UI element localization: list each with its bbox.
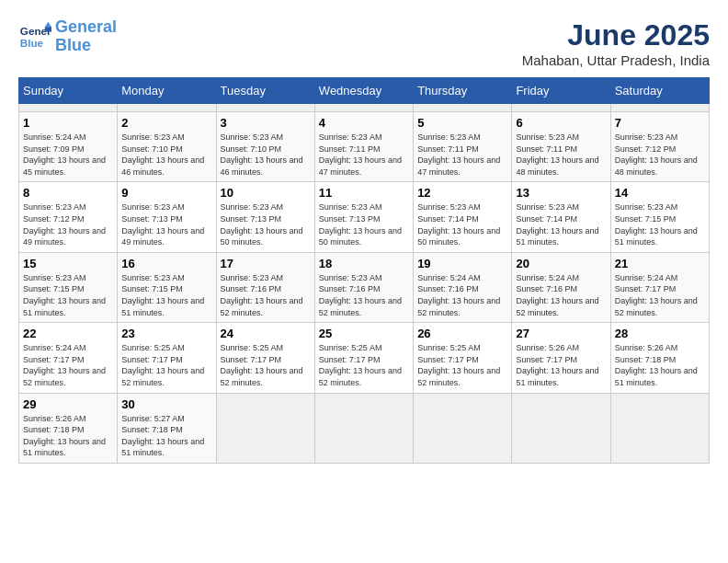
day-info: Sunrise: 5:24 AM Sunset: 7:16 PM Dayligh…: [417, 272, 507, 318]
calendar-cell-2-2: 10 Sunrise: 5:23 AM Sunset: 7:13 PM Dayl…: [216, 182, 314, 252]
calendar-cell-4-4: 26 Sunrise: 5:25 AM Sunset: 7:17 PM Dayl…: [414, 323, 512, 393]
day-number: 27: [516, 327, 606, 340]
day-number: 19: [417, 257, 507, 270]
day-number: 14: [615, 186, 705, 200]
calendar-cell-0-5: [512, 104, 610, 112]
calendar-cell-1-5: 6 Sunrise: 5:23 AM Sunset: 7:11 PM Dayli…: [512, 112, 610, 182]
day-info: Sunrise: 5:23 AM Sunset: 7:11 PM Dayligh…: [319, 132, 409, 178]
calendar-cell-5-5: [512, 393, 610, 463]
calendar-cell-3-2: 17 Sunrise: 5:23 AM Sunset: 7:16 PM Dayl…: [216, 252, 314, 322]
day-info: Sunrise: 5:23 AM Sunset: 7:10 PM Dayligh…: [121, 132, 211, 178]
week-row-4: 22 Sunrise: 5:24 AM Sunset: 7:17 PM Dayl…: [19, 323, 710, 393]
calendar-cell-2-3: 11 Sunrise: 5:23 AM Sunset: 7:13 PM Dayl…: [314, 182, 413, 252]
day-number: 28: [615, 327, 705, 340]
calendar-cell-3-4: 19 Sunrise: 5:24 AM Sunset: 7:16 PM Dayl…: [414, 252, 512, 322]
day-number: 29: [23, 397, 113, 411]
day-info: Sunrise: 5:26 AM Sunset: 7:18 PM Dayligh…: [23, 413, 113, 459]
calendar-cell-0-0: [19, 104, 118, 112]
calendar-cell-1-2: 3 Sunrise: 5:23 AM Sunset: 7:10 PM Dayli…: [216, 112, 314, 182]
day-number: 20: [516, 257, 606, 270]
week-row-2: 8 Sunrise: 5:23 AM Sunset: 7:12 PM Dayli…: [19, 182, 710, 252]
day-info: Sunrise: 5:24 AM Sunset: 7:17 PM Dayligh…: [23, 342, 113, 388]
header-monday: Monday: [118, 78, 216, 104]
header-friday: Friday: [512, 78, 610, 104]
calendar-cell-2-1: 9 Sunrise: 5:23 AM Sunset: 7:13 PM Dayli…: [118, 182, 216, 252]
calendar-cell-5-1: 30 Sunrise: 5:27 AM Sunset: 7:18 PM Dayl…: [118, 393, 216, 463]
day-number: 12: [417, 186, 507, 200]
calendar-cell-4-3: 25 Sunrise: 5:25 AM Sunset: 7:17 PM Dayl…: [314, 323, 413, 393]
day-info: Sunrise: 5:23 AM Sunset: 7:13 PM Dayligh…: [121, 201, 211, 247]
header-tuesday: Tuesday: [216, 78, 314, 104]
calendar-cell-1-1: 2 Sunrise: 5:23 AM Sunset: 7:10 PM Dayli…: [118, 112, 216, 182]
day-number: 30: [121, 397, 211, 411]
calendar-cell-1-4: 5 Sunrise: 5:23 AM Sunset: 7:11 PM Dayli…: [414, 112, 512, 182]
day-number: 1: [23, 116, 113, 130]
day-info: Sunrise: 5:23 AM Sunset: 7:15 PM Dayligh…: [615, 201, 705, 247]
day-info: Sunrise: 5:27 AM Sunset: 7:18 PM Dayligh…: [121, 413, 211, 459]
day-info: Sunrise: 5:24 AM Sunset: 7:16 PM Dayligh…: [516, 272, 606, 318]
calendar-cell-0-4: [414, 104, 512, 112]
day-number: 22: [23, 327, 113, 340]
day-info: Sunrise: 5:23 AM Sunset: 7:12 PM Dayligh…: [23, 201, 113, 247]
day-number: 26: [417, 327, 507, 340]
day-info: Sunrise: 5:25 AM Sunset: 7:17 PM Dayligh…: [417, 342, 507, 388]
day-number: 11: [319, 186, 409, 200]
day-number: 15: [23, 257, 113, 270]
calendar-cell-1-0: 1 Sunrise: 5:24 AM Sunset: 7:09 PM Dayli…: [19, 112, 118, 182]
calendar-cell-0-3: [314, 104, 413, 112]
calendar-cell-2-0: 8 Sunrise: 5:23 AM Sunset: 7:12 PM Dayli…: [19, 182, 118, 252]
day-info: Sunrise: 5:23 AM Sunset: 7:13 PM Dayligh…: [319, 201, 409, 247]
day-number: 17: [221, 257, 311, 270]
calendar-cell-1-6: 7 Sunrise: 5:23 AM Sunset: 7:12 PM Dayli…: [610, 112, 709, 182]
logo-text-line1: General: [55, 18, 117, 37]
day-info: Sunrise: 5:23 AM Sunset: 7:13 PM Dayligh…: [221, 201, 311, 247]
day-info: Sunrise: 5:23 AM Sunset: 7:14 PM Dayligh…: [417, 201, 507, 247]
day-number: 9: [121, 186, 211, 200]
calendar-cell-5-4: [414, 393, 512, 463]
calendar-table: Sunday Monday Tuesday Wednesday Thursday…: [18, 77, 710, 464]
day-number: 16: [121, 257, 211, 270]
calendar-cell-1-3: 4 Sunrise: 5:23 AM Sunset: 7:11 PM Dayli…: [314, 112, 413, 182]
day-info: Sunrise: 5:25 AM Sunset: 7:17 PM Dayligh…: [221, 342, 311, 388]
week-row-5: 29 Sunrise: 5:26 AM Sunset: 7:18 PM Dayl…: [19, 393, 710, 463]
day-info: Sunrise: 5:25 AM Sunset: 7:17 PM Dayligh…: [121, 342, 211, 388]
calendar-cell-5-2: [216, 393, 314, 463]
day-number: 18: [319, 257, 409, 270]
day-info: Sunrise: 5:26 AM Sunset: 7:17 PM Dayligh…: [516, 342, 606, 388]
header-thursday: Thursday: [414, 78, 512, 104]
day-info: Sunrise: 5:23 AM Sunset: 7:11 PM Dayligh…: [516, 132, 606, 178]
day-number: 7: [615, 116, 705, 130]
day-number: 3: [221, 116, 311, 130]
day-info: Sunrise: 5:23 AM Sunset: 7:15 PM Dayligh…: [121, 272, 211, 318]
day-number: 8: [23, 186, 113, 200]
day-info: Sunrise: 5:23 AM Sunset: 7:16 PM Dayligh…: [221, 272, 311, 318]
calendar-cell-0-1: [118, 104, 216, 112]
calendar-cell-3-5: 20 Sunrise: 5:24 AM Sunset: 7:16 PM Dayl…: [512, 252, 610, 322]
day-info: Sunrise: 5:23 AM Sunset: 7:10 PM Dayligh…: [221, 132, 311, 178]
calendar-cell-4-1: 23 Sunrise: 5:25 AM Sunset: 7:17 PM Dayl…: [118, 323, 216, 393]
title-area: June 2025 Mahaban, Uttar Pradesh, India: [522, 18, 710, 68]
month-title: June 2025: [522, 18, 710, 52]
day-number: 10: [221, 186, 311, 200]
day-info: Sunrise: 5:24 AM Sunset: 7:09 PM Dayligh…: [23, 132, 113, 178]
logo-text-line2: Blue: [55, 37, 117, 55]
calendar-cell-3-3: 18 Sunrise: 5:23 AM Sunset: 7:16 PM Dayl…: [314, 252, 413, 322]
calendar-cell-3-6: 21 Sunrise: 5:24 AM Sunset: 7:17 PM Dayl…: [610, 252, 709, 322]
calendar-cell-5-6: [610, 393, 709, 463]
day-info: Sunrise: 5:24 AM Sunset: 7:17 PM Dayligh…: [615, 272, 705, 318]
day-info: Sunrise: 5:23 AM Sunset: 7:16 PM Dayligh…: [319, 272, 409, 318]
header-wednesday: Wednesday: [314, 78, 413, 104]
calendar-cell-5-0: 29 Sunrise: 5:26 AM Sunset: 7:18 PM Dayl…: [19, 393, 118, 463]
day-info: Sunrise: 5:26 AM Sunset: 7:18 PM Dayligh…: [615, 342, 705, 388]
calendar-cell-4-5: 27 Sunrise: 5:26 AM Sunset: 7:17 PM Dayl…: [512, 323, 610, 393]
calendar-cell-0-2: [216, 104, 314, 112]
location-title: Mahaban, Uttar Pradesh, India: [522, 52, 710, 68]
calendar-cell-0-6: [610, 104, 709, 112]
day-number: 6: [516, 116, 606, 130]
logo: General Blue General Blue: [18, 18, 117, 55]
calendar-cell-3-1: 16 Sunrise: 5:23 AM Sunset: 7:15 PM Dayl…: [118, 252, 216, 322]
day-number: 2: [121, 116, 211, 130]
header-sunday: Sunday: [19, 78, 118, 104]
day-number: 23: [121, 327, 211, 340]
week-row-0: [19, 104, 710, 112]
